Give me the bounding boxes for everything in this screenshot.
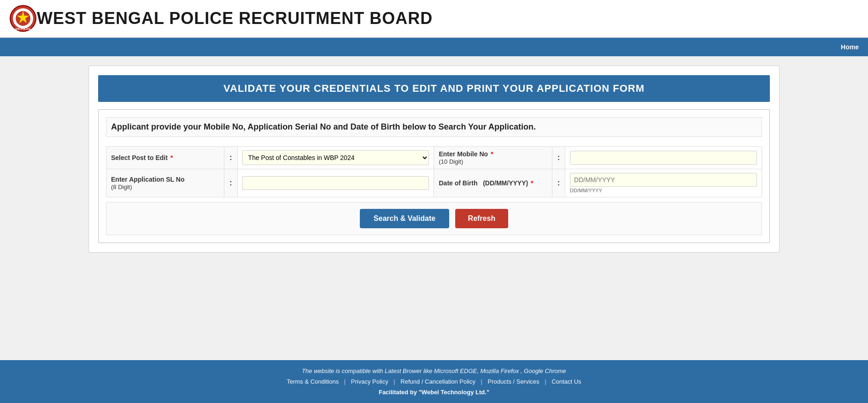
colon-4: :	[552, 169, 565, 197]
navbar: Home	[0, 38, 868, 56]
dob-hint: DD/MM/YYYY	[570, 188, 757, 193]
sep-1: |	[344, 378, 346, 385]
dob-input-cell: DD/MM/YYYY	[565, 169, 762, 197]
select-post-cell: The Post of Constables in WBP 2024	[237, 147, 434, 169]
terms-link[interactable]: Terms & Conditions	[287, 378, 339, 385]
footer-links: Terms & Conditions | Privacy Policy | Re…	[9, 378, 859, 385]
form-card: Applicant provide your Mobile No, Applic…	[98, 109, 770, 243]
svg-text:WB POLICE: WB POLICE	[15, 28, 31, 30]
required-star-dob: *	[531, 179, 533, 187]
sep-2: |	[393, 378, 395, 385]
nav-home-link[interactable]: Home	[841, 43, 859, 51]
products-link[interactable]: Products / Services	[488, 378, 540, 385]
form-description: Applicant provide your Mobile No, Applic…	[106, 117, 762, 137]
dob-label: Date of Birth (DD/MM/YYYY) *	[434, 169, 552, 197]
required-star: *	[170, 154, 173, 161]
mobile-input-cell	[565, 147, 762, 169]
footer-compat-text: The website is compatible with Latest Br…	[9, 367, 859, 374]
button-row: Search & Validate Refresh	[106, 202, 762, 235]
search-validate-button[interactable]: Search & Validate	[360, 209, 449, 228]
main-content: VALIDATE YOUR CREDENTIALS TO EDIT AND PR…	[0, 56, 868, 360]
outer-card: VALIDATE YOUR CREDENTIALS TO EDIT AND PR…	[88, 65, 780, 253]
page-title: WEST BENGAL POLICE RECRUITMENT BOARD	[37, 9, 433, 28]
form-banner: VALIDATE YOUR CREDENTIALS TO EDIT AND PR…	[98, 75, 770, 102]
page-footer: The website is compatible with Latest Br…	[0, 360, 868, 403]
police-board-logo: WB POLICE	[9, 5, 37, 32]
table-row: Enter Application SL No (8 Digit) : Date…	[106, 169, 762, 197]
required-star-mobile: *	[491, 150, 493, 158]
application-sl-input[interactable]	[242, 176, 429, 190]
sep-3: |	[481, 378, 482, 385]
refund-link[interactable]: Refund / Cancellation Policy	[400, 378, 475, 385]
mobile-input[interactable]	[570, 151, 757, 165]
privacy-link[interactable]: Privacy Policy	[351, 378, 388, 385]
select-post-label: Select Post to Edit *	[106, 147, 224, 169]
table-row: Select Post to Edit * : The Post of Cons…	[106, 147, 762, 169]
form-table: Select Post to Edit * : The Post of Cons…	[106, 146, 762, 197]
sep-4: |	[545, 378, 546, 385]
appsl-input-cell	[237, 169, 434, 197]
colon-3: :	[224, 169, 237, 197]
contact-link[interactable]: Contact Us	[551, 378, 581, 385]
mobile-label: Enter Mobile No * (10 Digit)	[434, 147, 552, 169]
refresh-button[interactable]: Refresh	[455, 209, 509, 228]
select-post-dropdown[interactable]: The Post of Constables in WBP 2024	[242, 150, 429, 165]
dob-input[interactable]	[570, 173, 757, 187]
appsl-label: Enter Application SL No (8 Digit)	[106, 169, 224, 197]
colon-2: :	[552, 147, 565, 169]
page-header: WB POLICE WEST BENGAL POLICE RECRUITMENT…	[0, 0, 868, 38]
footer-facilitated: Facilitated by "Webel Technology Ltd."	[9, 389, 859, 396]
colon-1: :	[224, 147, 237, 169]
